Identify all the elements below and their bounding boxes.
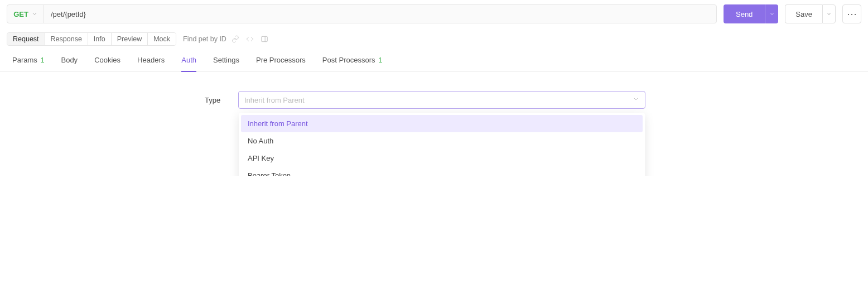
view-tab-preview[interactable]: Preview bbox=[112, 33, 148, 45]
config-tab-auth[interactable]: Auth bbox=[181, 50, 196, 72]
view-tab-mock[interactable]: Mock bbox=[148, 33, 176, 45]
config-tab-label: Body bbox=[61, 56, 78, 64]
auth-type-select[interactable]: Inherit from Parent Inherit from Parent … bbox=[238, 91, 645, 109]
config-tab-post-processors[interactable]: Post Processors 1 bbox=[322, 50, 382, 72]
auth-type-dropdown: Inherit from Parent No Auth API Key Bear… bbox=[239, 113, 645, 176]
config-tab-params[interactable]: Params 1 bbox=[12, 50, 44, 72]
save-button[interactable]: Save bbox=[785, 4, 822, 23]
ellipsis-icon: ⋯ bbox=[847, 8, 857, 20]
chevron-down-icon bbox=[32, 11, 37, 17]
chevron-down-icon bbox=[826, 11, 832, 17]
config-tab-label: Params bbox=[12, 56, 37, 64]
config-tab-label: Headers bbox=[137, 56, 165, 64]
config-tab-label: Post Processors bbox=[322, 56, 375, 64]
config-tabs: Params 1 Body Cookies Headers Auth Setti… bbox=[0, 50, 868, 72]
config-tab-count: 1 bbox=[41, 56, 45, 64]
auth-type-select-value: Inherit from Parent bbox=[244, 96, 305, 104]
chevron-down-icon bbox=[769, 11, 775, 17]
config-tab-label: Pre Processors bbox=[256, 56, 306, 64]
chevron-down-icon bbox=[633, 96, 639, 104]
http-method-label: GET bbox=[13, 10, 28, 18]
send-button-split[interactable] bbox=[765, 4, 778, 23]
http-method-select[interactable]: GET bbox=[7, 5, 44, 23]
view-tab-request[interactable]: Request bbox=[7, 33, 45, 45]
svg-rect-0 bbox=[262, 36, 268, 41]
config-tab-label: Settings bbox=[213, 56, 239, 64]
view-switch: Request Response Info Preview Mock bbox=[7, 32, 176, 46]
save-button-split[interactable] bbox=[822, 4, 836, 23]
config-tab-label: Cookies bbox=[94, 56, 120, 64]
code-icon[interactable] bbox=[244, 33, 255, 45]
config-tab-pre-processors[interactable]: Pre Processors bbox=[256, 50, 306, 72]
config-tab-cookies[interactable]: Cookies bbox=[94, 50, 120, 72]
panel-icon[interactable] bbox=[259, 33, 270, 45]
auth-type-option[interactable]: Inherit from Parent bbox=[241, 115, 643, 132]
link-icon[interactable] bbox=[230, 33, 241, 45]
view-tab-info[interactable]: Info bbox=[88, 33, 112, 45]
send-button[interactable]: Send bbox=[724, 4, 765, 23]
auth-type-option[interactable]: API Key bbox=[241, 150, 643, 167]
config-tab-headers[interactable]: Headers bbox=[137, 50, 165, 72]
operation-name: Find pet by ID bbox=[183, 35, 226, 43]
url-input[interactable] bbox=[44, 5, 716, 23]
url-group: GET bbox=[7, 4, 717, 23]
auth-type-option[interactable]: No Auth bbox=[241, 132, 643, 150]
auth-type-option[interactable]: Bearer Token bbox=[241, 167, 643, 176]
config-tab-settings[interactable]: Settings bbox=[213, 50, 239, 72]
config-tab-body[interactable]: Body bbox=[61, 50, 78, 72]
view-tab-response[interactable]: Response bbox=[45, 33, 88, 45]
auth-type-label: Type bbox=[205, 96, 227, 104]
more-button[interactable]: ⋯ bbox=[842, 4, 861, 23]
config-tab-label: Auth bbox=[181, 56, 196, 64]
config-tab-count: 1 bbox=[379, 56, 383, 64]
